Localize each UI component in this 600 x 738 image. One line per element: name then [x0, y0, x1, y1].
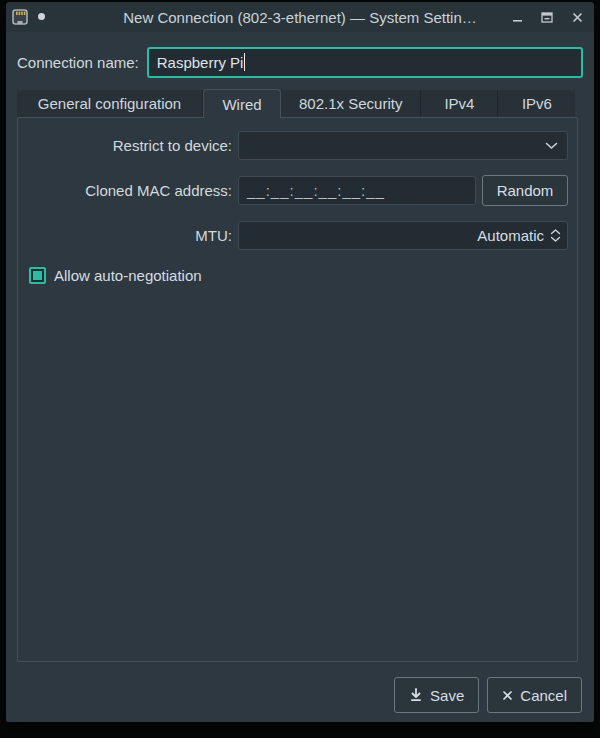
tab-8021x-security[interactable]: 802.1x Security [281, 90, 421, 117]
tab-wired[interactable]: Wired [203, 89, 281, 118]
desktop-background: New Connection (802-3-ethernet) — System… [0, 0, 600, 738]
chevron-up-icon [550, 229, 561, 235]
save-icon [409, 688, 423, 702]
tab-general-configuration[interactable]: General configuration [17, 90, 203, 117]
cloned-mac-row: Cloned MAC address: __:__:__:__:__:__ Ra… [18, 175, 577, 206]
minimize-button[interactable] [510, 10, 524, 24]
restrict-to-device-label: Restrict to device: [18, 137, 232, 154]
connection-name-input[interactable]: Raspberry Pi [147, 47, 583, 78]
close-button[interactable] [570, 10, 584, 24]
titlebar-dot-icon [38, 13, 45, 20]
restrict-to-device-row: Restrict to device: [18, 131, 577, 160]
mtu-value: Automatic [477, 227, 544, 244]
tab-ipv4[interactable]: IPv4 [421, 90, 498, 117]
save-button[interactable]: Save [394, 677, 479, 713]
maximize-button[interactable] [540, 10, 554, 24]
cancel-button-label: Cancel [520, 687, 567, 704]
cloned-mac-label: Cloned MAC address: [18, 182, 232, 199]
connection-name-label: Connection name: [17, 54, 139, 71]
restrict-to-device-combobox[interactable] [238, 131, 568, 160]
window-title: New Connection (802-3-ethernet) — System… [6, 9, 594, 26]
chevron-down-icon [550, 236, 561, 242]
cloned-mac-input[interactable]: __:__:__:__:__:__ [238, 176, 476, 205]
mtu-spinbox[interactable]: Automatic [238, 221, 568, 250]
mtu-label: MTU: [18, 227, 232, 244]
dialog-button-box: Save Cancel [394, 677, 582, 713]
allow-autoneg-checkbox[interactable]: Allow auto-negotiation [29, 265, 577, 285]
checkbox-checked-icon [29, 267, 46, 284]
cancel-button[interactable]: Cancel [487, 677, 582, 713]
save-button-label: Save [430, 687, 464, 704]
close-x-icon [502, 690, 513, 701]
connection-name-row: Connection name: Raspberry Pi [17, 46, 583, 78]
titlebar[interactable]: New Connection (802-3-ethernet) — System… [6, 2, 594, 32]
wired-tab-panel: Restrict to device: Cloned MAC address: … [17, 117, 578, 662]
window-controls [510, 2, 584, 32]
spinbox-arrows[interactable] [550, 229, 561, 242]
chevron-down-icon [545, 142, 558, 150]
mtu-row: MTU: Automatic [18, 221, 577, 250]
cloned-mac-group: __:__:__:__:__:__ Random [238, 175, 568, 206]
connection-name-value: Raspberry Pi [157, 54, 244, 71]
cloned-mac-placeholder: __:__:__:__:__:__ [247, 182, 385, 199]
tab-bar: General configuration Wired 802.1x Secur… [17, 89, 575, 117]
random-button[interactable]: Random [482, 175, 568, 206]
text-caret [244, 53, 245, 71]
tab-ipv6[interactable]: IPv6 [498, 90, 575, 117]
ethernet-port-icon [11, 8, 29, 26]
allow-autoneg-label: Allow auto-negotiation [54, 267, 202, 284]
settings-window: New Connection (802-3-ethernet) — System… [6, 2, 594, 722]
